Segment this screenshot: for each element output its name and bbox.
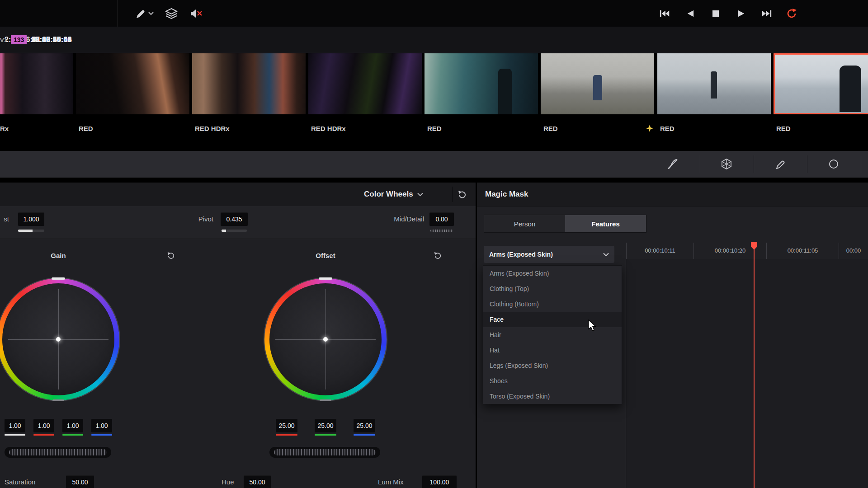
clip-format-label: RED HDRx bbox=[195, 123, 230, 135]
hue-label: Hue bbox=[222, 475, 234, 488]
pivot-mini-slider[interactable] bbox=[222, 230, 247, 232]
option-face[interactable]: Face bbox=[483, 312, 622, 327]
clip-thumbnail-selected[interactable] bbox=[774, 53, 868, 114]
color-wheels-panel: Color Wheels st 1.000 Pivot 0.435 Mid/De… bbox=[0, 183, 476, 488]
gain-master-wheel[interactable] bbox=[5, 447, 111, 458]
gain-r-value[interactable]: 1.00 bbox=[33, 419, 54, 432]
offset-r-value[interactable]: 25.00 bbox=[276, 419, 297, 432]
lum-mix-label: Lum Mix bbox=[378, 475, 404, 488]
offset-master-wheel[interactable] bbox=[269, 447, 380, 458]
stop-button[interactable] bbox=[710, 8, 722, 19]
clip-format-label: RED bbox=[660, 123, 675, 135]
option-arms[interactable]: Arms (Exposed Skin) bbox=[483, 266, 622, 281]
option-clothing-bottom[interactable]: Clothing (Bottom) bbox=[483, 296, 622, 312]
skip-end-button[interactable] bbox=[760, 8, 772, 19]
contrast-label: st bbox=[0, 212, 9, 226]
magic-mask-panel: Magic Mask Person Features Arms (Exposed… bbox=[477, 183, 868, 488]
gain-b-value[interactable]: 1.00 bbox=[91, 419, 112, 432]
picker-tool-icon[interactable] bbox=[134, 7, 146, 20]
feature-dropdown-list: Arms (Exposed Skin) Clothing (Top) Cloth… bbox=[483, 265, 622, 404]
feature-dropdown[interactable]: Arms (Exposed Skin) bbox=[484, 246, 614, 263]
toolbar-divider bbox=[861, 155, 861, 173]
ruler-tick[interactable]: 00:00:11:05 bbox=[766, 243, 839, 259]
loop-button[interactable] bbox=[786, 8, 797, 19]
clip-thumbnail[interactable] bbox=[541, 53, 654, 114]
panel-title: Color Wheels bbox=[364, 190, 413, 199]
gain-reset-icon[interactable] bbox=[165, 250, 176, 261]
mid-detail-value[interactable]: 0.00 bbox=[429, 212, 454, 226]
palette-toolbar bbox=[0, 150, 868, 178]
clip-format-label: RED bbox=[776, 123, 791, 135]
audio-mute-icon[interactable] bbox=[190, 9, 203, 19]
option-torso[interactable]: Torso (Exposed Skin) bbox=[483, 389, 622, 404]
contrast-mini-slider[interactable] bbox=[18, 230, 44, 232]
skip-start-button[interactable] bbox=[659, 8, 671, 19]
gain-y-value[interactable]: 1.00 bbox=[5, 419, 25, 432]
curves-icon[interactable] bbox=[666, 158, 679, 170]
magic-mask-header: Magic Mask bbox=[477, 183, 868, 206]
clip-format-label: RED bbox=[79, 123, 93, 135]
tab-features[interactable]: Features bbox=[565, 215, 646, 232]
feature-dropdown-value: Arms (Exposed Skin) bbox=[484, 251, 553, 258]
clip-thumbnail[interactable] bbox=[425, 53, 538, 114]
ruler-tick[interactable]: 00:00 bbox=[839, 243, 868, 259]
saturation-value[interactable]: 50.00 bbox=[66, 475, 94, 488]
tab-person[interactable]: Person bbox=[484, 215, 565, 232]
clip-thumbnail[interactable] bbox=[0, 53, 73, 114]
timecode-row bbox=[0, 27, 868, 53]
clip-thumbnail[interactable] bbox=[76, 53, 189, 114]
clip-timecode[interactable]: V113318:02:35:08 bbox=[0, 27, 72, 53]
gain-g-value[interactable]: 1.00 bbox=[62, 419, 83, 432]
option-shoes[interactable]: Shoes bbox=[483, 373, 622, 389]
offset-wheel-handle[interactable] bbox=[323, 337, 328, 342]
lum-mix-value[interactable]: 100.00 bbox=[422, 475, 457, 488]
mid-detail-mini-slider[interactable] bbox=[430, 230, 453, 232]
contrast-value[interactable]: 1.000 bbox=[18, 212, 44, 226]
clip-tools bbox=[134, 0, 203, 27]
clip-format-label: RED bbox=[427, 123, 442, 135]
pivot-value[interactable]: 0.435 bbox=[221, 212, 248, 226]
panel-title: Magic Mask bbox=[485, 183, 528, 206]
picker-dropdown-chevron-icon[interactable] bbox=[148, 12, 154, 15]
clip-format-label: Rx bbox=[0, 123, 9, 135]
toolbar-divider bbox=[807, 155, 807, 173]
option-hat[interactable]: Hat bbox=[483, 343, 622, 358]
offset-g-value[interactable]: 25.00 bbox=[315, 419, 336, 432]
clip-thumbnail[interactable] bbox=[192, 53, 306, 114]
power-window-icon[interactable] bbox=[827, 158, 840, 170]
toolbar-divider bbox=[700, 155, 700, 173]
topbar-divider bbox=[117, 0, 118, 27]
toolbar-divider bbox=[754, 155, 754, 173]
top-toolbar bbox=[0, 0, 868, 27]
ruler-tick[interactable]: 00:00:10:11 bbox=[626, 243, 693, 259]
hue-value[interactable]: 50.00 bbox=[244, 475, 271, 488]
layers-icon[interactable] bbox=[165, 7, 178, 20]
play-button[interactable] bbox=[735, 8, 747, 19]
gain-wheel-label: Gain bbox=[22, 250, 94, 261]
clip-format-label: RED bbox=[543, 123, 558, 135]
transport-controls bbox=[659, 0, 797, 27]
option-hair[interactable]: Hair bbox=[483, 327, 622, 343]
clip-format-label: RED HDRx bbox=[311, 123, 346, 135]
clip-thumbnail[interactable] bbox=[657, 53, 771, 114]
gain-wheel-handle[interactable] bbox=[56, 337, 61, 342]
chevron-down-icon bbox=[417, 192, 423, 197]
gain-color-wheel[interactable] bbox=[0, 278, 119, 400]
mask-timeline-area[interactable] bbox=[626, 259, 868, 488]
color-warper-icon[interactable] bbox=[720, 158, 733, 170]
offset-color-wheel[interactable] bbox=[264, 278, 387, 400]
play-reverse-button[interactable] bbox=[684, 8, 696, 19]
clip-thumbnail[interactable] bbox=[308, 53, 422, 114]
qualifier-eyedropper-icon[interactable] bbox=[774, 158, 787, 170]
davinci-color-page: 2:54:56:01 Rx V112703:10:45:16 RED V1128… bbox=[0, 0, 868, 488]
pivot-label: Pivot bbox=[168, 212, 213, 226]
panel-title-dropdown[interactable]: Color Wheels bbox=[364, 183, 423, 206]
offset-reset-icon[interactable] bbox=[432, 250, 443, 261]
primary-adjust-strip: st 1.000 Pivot 0.435 Mid/Detail 0.00 bbox=[0, 206, 476, 239]
header-divider bbox=[452, 187, 453, 202]
option-legs[interactable]: Legs (Exposed Skin) bbox=[483, 358, 622, 373]
option-clothing-top[interactable]: Clothing (Top) bbox=[483, 281, 622, 296]
offset-b-value[interactable]: 25.00 bbox=[354, 419, 375, 432]
reset-panel-icon[interactable] bbox=[457, 189, 467, 200]
playhead-line bbox=[754, 249, 755, 488]
